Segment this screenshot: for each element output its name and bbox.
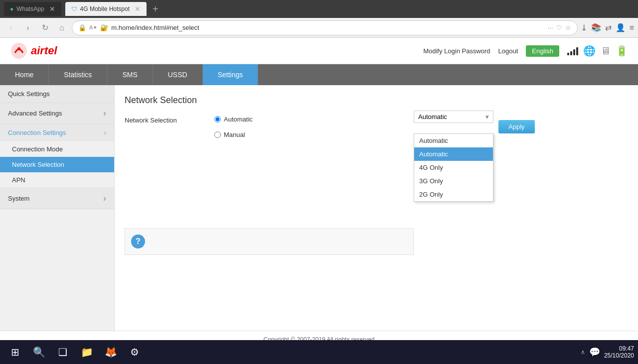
svg-point-0: [11, 43, 27, 59]
battery-icon: 🔋: [616, 45, 628, 57]
quick-settings-section: Quick Settings: [0, 85, 114, 103]
airtel-logo: airtel: [10, 42, 57, 60]
header-right: Modify Login Password Logout English 🌐 🖥…: [423, 45, 628, 57]
sync-icon[interactable]: ⇄: [605, 23, 612, 32]
dropdown-current-value: Automatic: [418, 113, 447, 121]
nav-ussd[interactable]: USSD: [153, 64, 203, 85]
clock-date: 25/10/2020: [604, 352, 634, 359]
address-bar[interactable]: 🔒 A✦ 🔐 m.home/index.html#net_select ··· …: [72, 20, 578, 35]
address-text: m.home/index.html#net_select: [111, 24, 544, 31]
advanced-settings-section: Advanced Settings: [0, 103, 114, 124]
modify-password-link[interactable]: Modify Login Password: [423, 47, 490, 55]
monitor-icon: 🖥: [601, 45, 611, 57]
app-button-6[interactable]: ⚙: [124, 341, 146, 363]
4g-tab-close[interactable]: ✕: [135, 5, 141, 13]
dropdown-arrow-icon: ▾: [485, 113, 489, 121]
network-dropdown-list: Automatic Automatic 4G Only 3G Only 2G O: [414, 133, 493, 202]
network-globe-icon: 🌐: [583, 45, 596, 57]
whatsapp-tab-icon: ●: [10, 5, 13, 12]
advanced-settings-label: Advanced Settings: [8, 110, 62, 117]
radio-automatic-label: Automatic: [224, 116, 253, 123]
taskbar: ⊞ 🔍 ❑ 📁 🦊 ⚙ ∧ 💬 09:47 25/10/2020: [0, 340, 638, 364]
search-button[interactable]: 🔍: [28, 341, 50, 363]
signal-strength-icon: [567, 46, 578, 55]
browser-toolbar: ‹ › ↻ ⌂ 🔒 A✦ 🔐 m.home/index.html#net_sel…: [0, 18, 638, 38]
airtel-addr-icon: A✦: [89, 24, 97, 31]
taskbar-right: ∧ 💬 09:47 25/10/2020: [581, 345, 634, 359]
home-button[interactable]: ⌂: [55, 21, 69, 35]
notification-icon[interactable]: 💬: [589, 347, 600, 358]
system-section: System: [0, 188, 114, 209]
main-content: Network Selection Network Selection Auto…: [115, 85, 638, 331]
advanced-settings-header[interactable]: Advanced Settings: [0, 103, 114, 123]
page-content: airtel Modify Login Password Logout Engl…: [0, 38, 638, 340]
radio-automatic-option[interactable]: Automatic: [214, 116, 253, 123]
toolbar-icons: ⤓ 📚 ⇄ 👤 ≡: [581, 23, 634, 32]
bookmark-icon: ♡: [556, 24, 562, 31]
menu-icon[interactable]: ≡: [630, 23, 634, 32]
file-explorer-button[interactable]: 📁: [76, 341, 98, 363]
dropdown-option-automatic-selected[interactable]: Automatic: [414, 147, 493, 161]
main-nav: Home Statistics SMS USSD Settings: [0, 64, 638, 85]
tab-4g-hotspot[interactable]: 🛡 4G Mobile Hotspot ✕: [65, 2, 147, 16]
bookmarks-icon[interactable]: 📚: [591, 23, 601, 32]
radio-automatic[interactable]: [214, 116, 221, 122]
language-button[interactable]: English: [526, 45, 559, 57]
connection-settings-header[interactable]: Connection Settings ›: [0, 124, 114, 141]
taskbar-clock: 09:47 25/10/2020: [604, 345, 634, 359]
clock-time: 09:47: [604, 345, 634, 352]
help-area: ?: [125, 228, 414, 255]
star-icon: ☆: [565, 24, 571, 31]
connection-settings-arrow-icon: ›: [104, 129, 106, 136]
sidebar: Quick Settings Advanced Settings Connect…: [0, 85, 115, 331]
account-icon[interactable]: 👤: [616, 23, 626, 32]
more-addr-icon: ···: [548, 24, 553, 31]
help-icon[interactable]: ?: [131, 235, 145, 248]
connection-settings-label: Connection Settings: [8, 129, 66, 136]
forward-button[interactable]: ›: [21, 21, 35, 35]
security-icon: 🔒: [78, 24, 86, 31]
apply-button[interactable]: Apply: [498, 120, 535, 133]
network-dropdown-trigger[interactable]: Automatic ▾: [414, 111, 493, 123]
nav-statistics[interactable]: Statistics: [49, 64, 107, 85]
dropdown-option-automatic-display[interactable]: Automatic: [414, 134, 493, 147]
4g-tab-label: 4G Mobile Hotspot: [80, 5, 130, 12]
dropdown-option-3g-only[interactable]: 3G Only: [414, 174, 493, 188]
task-view-button[interactable]: ❑: [52, 341, 74, 363]
sidebar-item-network-selection[interactable]: Network Selection: [0, 157, 114, 172]
system-label: System: [8, 195, 29, 202]
page-title: Network Selection: [125, 95, 628, 106]
lock-icon: 🔐: [100, 24, 108, 31]
radio-manual-option[interactable]: Manual: [214, 131, 253, 138]
nav-sms[interactable]: SMS: [107, 64, 153, 85]
nav-settings[interactable]: Settings: [203, 64, 259, 85]
system-tray-expand[interactable]: ∧: [581, 349, 585, 356]
airtel-header: airtel Modify Login Password Logout Engl…: [0, 38, 638, 64]
dropdown-option-2g-only[interactable]: 2G Only: [414, 188, 493, 201]
quick-settings-header[interactable]: Quick Settings: [0, 85, 114, 103]
browser-titlebar: ● WhatsApp ✕ 🛡 4G Mobile Hotspot ✕ +: [0, 0, 638, 18]
system-header[interactable]: System: [0, 188, 114, 209]
network-dropdown-container: Automatic ▾ Automatic Automatic 4G Only: [414, 111, 535, 133]
logout-link[interactable]: Logout: [498, 47, 518, 55]
network-selection-radio-group: Automatic Manual: [214, 116, 253, 138]
network-selection-form-row: Network Selection Automatic Manual Autom…: [125, 116, 628, 138]
firefox-button[interactable]: 🦊: [100, 341, 122, 363]
nav-home[interactable]: Home: [0, 64, 49, 85]
whatsapp-tab-close[interactable]: ✕: [49, 5, 55, 13]
refresh-button[interactable]: ↻: [38, 21, 52, 35]
svg-point-1: [17, 47, 20, 50]
start-button[interactable]: ⊞: [4, 341, 26, 363]
network-selection-label: Network Selection: [125, 116, 214, 124]
sidebar-item-apn[interactable]: APN: [0, 172, 114, 188]
tab-whatsapp[interactable]: ● WhatsApp ✕: [4, 2, 61, 16]
back-button[interactable]: ‹: [4, 21, 18, 35]
radio-manual[interactable]: [214, 131, 221, 138]
add-tab-button[interactable]: +: [153, 3, 159, 15]
dropdown-option-4g-only[interactable]: 4G Only: [414, 161, 493, 174]
download-icon[interactable]: ⤓: [581, 23, 587, 32]
airtel-logo-text: airtel: [31, 44, 57, 57]
whatsapp-tab-label: WhatsApp: [16, 5, 44, 12]
sidebar-item-connection-mode[interactable]: Connection Mode: [0, 141, 114, 157]
airtel-logo-icon: [10, 42, 28, 60]
